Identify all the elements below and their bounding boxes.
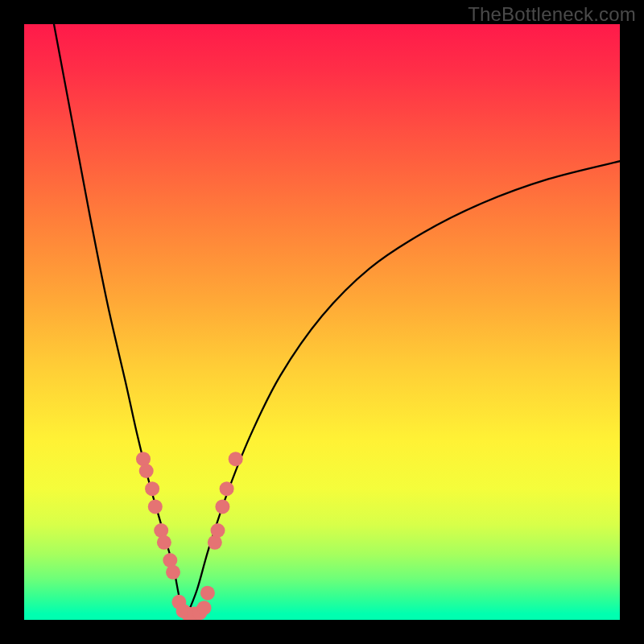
data-dot (157, 535, 171, 550)
data-dot (145, 481, 159, 496)
chart-frame: TheBottleneck.com (0, 0, 644, 644)
data-dot (229, 452, 243, 466)
dot-group (136, 452, 243, 620)
data-dot (200, 586, 215, 601)
data-dot (197, 601, 212, 615)
data-dot (220, 481, 234, 496)
plot-area (24, 24, 620, 620)
chart-svg (24, 24, 620, 620)
data-dot (211, 523, 225, 538)
data-dot (215, 499, 229, 514)
watermark-text: TheBottleneck.com (468, 3, 636, 26)
data-dot (139, 464, 154, 478)
curve-right-branch (185, 161, 620, 620)
data-dot (148, 499, 163, 514)
data-dot (166, 565, 180, 580)
